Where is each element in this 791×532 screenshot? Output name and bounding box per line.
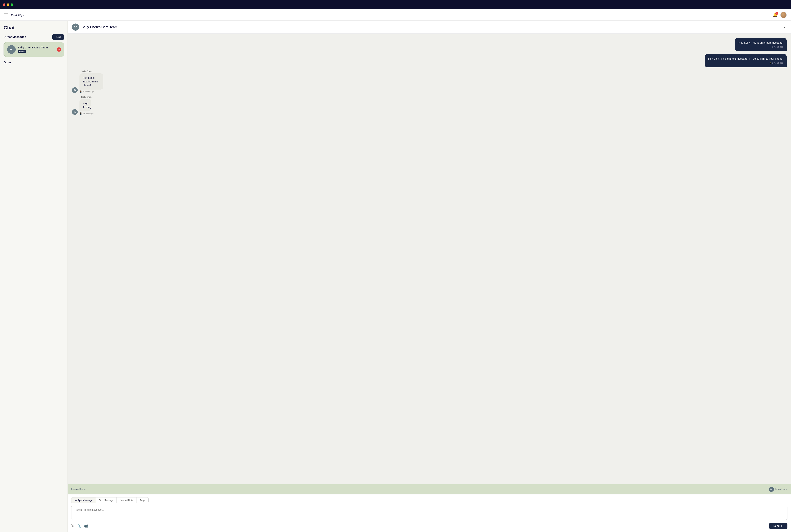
tab-page[interactable]: Page bbox=[136, 497, 148, 503]
message-out-2: Hey Sally! This is a text message! It'll… bbox=[72, 54, 787, 67]
incoming-avatar-2: SC bbox=[72, 109, 78, 115]
contact-card-sally[interactable]: SC Sally Chen's Care Team Refills 5 bbox=[3, 42, 64, 57]
contact-tag: Refills bbox=[18, 50, 26, 53]
notifications-bell[interactable]: 🔔 3 bbox=[773, 13, 777, 17]
compose-area: In-App Message Text Message Internal Not… bbox=[68, 494, 791, 532]
new-button[interactable]: New bbox=[52, 34, 64, 40]
contact-name: Sally Chen's Care Team bbox=[18, 46, 55, 49]
internal-note-label: Internal Note bbox=[71, 488, 86, 491]
chat-header: SC Sally Chen's Care Team ··· bbox=[68, 21, 791, 34]
image-icon[interactable]: 🖼 bbox=[71, 524, 74, 528]
chat-avatar: SC bbox=[72, 23, 79, 31]
user-avatar[interactable] bbox=[780, 12, 787, 18]
nav-left: your logo bbox=[4, 13, 24, 17]
main-layout: Chat Direct Messages New SC Sally Chen's… bbox=[0, 21, 791, 532]
send-arrow-icon: ➤ bbox=[781, 525, 783, 527]
note-author-avatar: ML bbox=[769, 487, 774, 492]
message-in-2: Sally Chen SC Hey! Texting 📱 25 days ago bbox=[72, 96, 787, 115]
more-options-button[interactable]: ··· bbox=[783, 25, 787, 29]
top-nav: your logo 🔔 3 bbox=[0, 9, 791, 21]
sidebar-title: Chat bbox=[3, 25, 64, 31]
incoming-avatar-1: SC bbox=[72, 87, 78, 93]
chat-header-left: SC Sally Chen's Care Team bbox=[72, 23, 117, 31]
contact-badge: 5 bbox=[57, 48, 61, 52]
phone-icon-in-1: 📱 bbox=[79, 91, 82, 93]
contact-avatar: SC bbox=[7, 45, 16, 54]
internal-note-bar: Internal Note ML Maia Levin bbox=[68, 484, 791, 494]
traffic-light-yellow[interactable] bbox=[7, 3, 9, 6]
contact-info: Sally Chen's Care Team Refills bbox=[18, 46, 55, 53]
tab-text-message[interactable]: Text Message bbox=[96, 497, 117, 503]
note-author: ML Maia Levin bbox=[769, 487, 788, 492]
traffic-light-red[interactable] bbox=[3, 3, 5, 6]
chat-panel: SC Sally Chen's Care Team ··· Hey Sally!… bbox=[68, 21, 791, 532]
avatar-image bbox=[781, 12, 786, 18]
traffic-light-green[interactable] bbox=[11, 3, 13, 6]
send-button[interactable]: Send ➤ bbox=[769, 523, 788, 529]
message-bubble-in-2: Hey! Texting bbox=[79, 99, 91, 112]
message-in-1: Sally Chen SC Hey Maia! Text from my pho… bbox=[72, 70, 787, 93]
chat-title: Sally Chen's Care Team bbox=[81, 25, 117, 29]
note-author-name: Maia Levin bbox=[775, 488, 788, 491]
tab-in-app-message[interactable]: In-App Message bbox=[71, 497, 96, 503]
message-out-1: Hey Sally! This is an in-app message! a … bbox=[72, 38, 787, 51]
toolbar-icons: 🖼 📎 📹 bbox=[71, 524, 88, 528]
other-section: Other bbox=[3, 61, 64, 64]
hamburger-menu[interactable] bbox=[4, 14, 8, 16]
direct-messages-label: Direct Messages bbox=[3, 35, 26, 39]
video-icon[interactable]: 📹 bbox=[84, 524, 88, 528]
compose-toolbar: 🖼 📎 📹 Send ➤ bbox=[71, 523, 788, 529]
logo-text: your logo bbox=[11, 13, 24, 17]
sidebar: Chat Direct Messages New SC Sally Chen's… bbox=[0, 21, 68, 532]
nav-right: 🔔 3 bbox=[773, 12, 787, 18]
compose-tabs: In-App Message Text Message Internal Not… bbox=[71, 497, 788, 503]
message-input[interactable] bbox=[71, 506, 788, 520]
bell-badge: 3 bbox=[775, 12, 778, 15]
phone-icon-out: 📱 bbox=[769, 62, 772, 64]
messages-area: Hey Sally! This is an in-app message! a … bbox=[68, 34, 791, 484]
sender-name-1: Sally Chen bbox=[81, 70, 92, 73]
other-label: Other bbox=[3, 61, 11, 64]
phone-icon-in-2: 📱 bbox=[79, 112, 82, 115]
message-bubble-out-2: Hey Sally! This is a text message! It'll… bbox=[704, 54, 787, 67]
message-bubble-in-1: Hey Maia! Text from my phone! bbox=[79, 73, 103, 90]
message-bubble-out-1: Hey Sally! This is an in-app message! a … bbox=[735, 38, 787, 51]
title-bar bbox=[0, 0, 791, 9]
sender-name-2: Sally Chen bbox=[81, 96, 92, 98]
tab-internal-note[interactable]: Internal Note bbox=[117, 497, 136, 503]
direct-messages-header: Direct Messages New bbox=[3, 34, 64, 40]
attach-icon[interactable]: 📎 bbox=[77, 524, 81, 528]
